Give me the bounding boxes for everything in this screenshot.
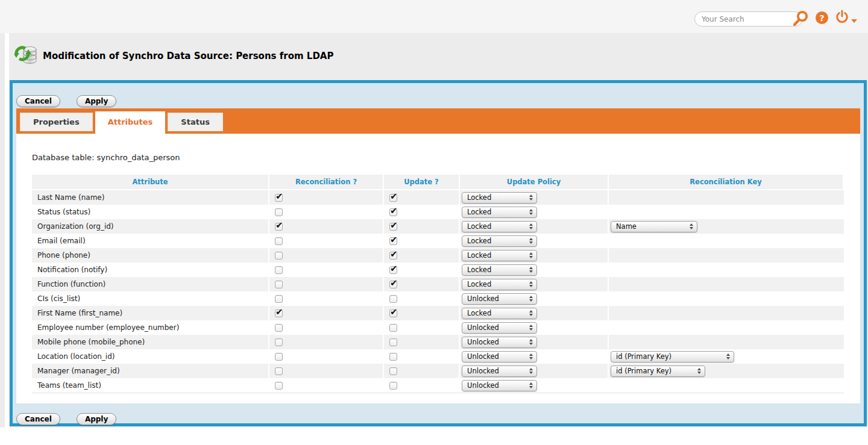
logout-menu[interactable] bbox=[835, 10, 857, 26]
reconciliation-checkbox[interactable] bbox=[275, 382, 283, 390]
update-policy-cell: Locked bbox=[460, 248, 609, 263]
update-policy-cell: Locked bbox=[460, 190, 609, 205]
update-checkbox[interactable] bbox=[389, 281, 397, 288]
stepper-arrows-icon bbox=[726, 353, 730, 359]
update-checkbox[interactable] bbox=[389, 338, 397, 346]
update-policy-select[interactable]: Unlocked bbox=[462, 293, 537, 305]
tab-attributes[interactable]: Attributes bbox=[95, 111, 166, 134]
update-checkbox[interactable] bbox=[389, 353, 397, 361]
update-policy-select[interactable]: Locked bbox=[462, 264, 537, 276]
reconciliation-key-cell bbox=[609, 320, 843, 335]
reconciliation-checkbox[interactable] bbox=[275, 266, 283, 274]
reconciliation-key-select[interactable]: id (Primary Key) bbox=[611, 351, 734, 363]
update-policy-select[interactable]: Locked bbox=[462, 250, 537, 261]
attribute-name: Function (function) bbox=[32, 277, 269, 291]
update-cell bbox=[384, 291, 460, 306]
cancel-button[interactable]: Cancel bbox=[16, 413, 60, 425]
reconciliation-cell bbox=[269, 263, 384, 277]
table-row: CIs (cis_list)Unlocked bbox=[32, 291, 844, 306]
reconciliation-checkbox[interactable] bbox=[275, 353, 283, 361]
update-checkbox[interactable] bbox=[389, 237, 397, 245]
attribute-name: Location (location_id) bbox=[32, 349, 269, 364]
reconciliation-key-select[interactable]: id (Primary Key) bbox=[611, 366, 705, 377]
reconciliation-checkbox[interactable] bbox=[275, 310, 283, 317]
update-policy-select[interactable]: Locked bbox=[462, 279, 537, 290]
tab-status[interactable]: Status bbox=[168, 113, 223, 131]
attribute-name: Organization (org_id) bbox=[32, 219, 269, 234]
update-checkbox[interactable] bbox=[389, 223, 397, 231]
update-policy-select[interactable]: Locked bbox=[462, 207, 537, 218]
update-policy-select[interactable]: Unlocked bbox=[462, 337, 537, 348]
stepper-arrows-icon bbox=[529, 281, 533, 287]
apply-button[interactable]: Apply bbox=[77, 413, 116, 425]
tab-properties[interactable]: Properties bbox=[20, 113, 93, 131]
search-icon[interactable] bbox=[791, 9, 810, 31]
update-checkbox[interactable] bbox=[389, 208, 397, 216]
update-policy-select[interactable]: Unlocked bbox=[462, 351, 537, 363]
help-icon[interactable]: ? bbox=[816, 11, 828, 24]
update-policy-cell: Unlocked bbox=[460, 349, 609, 364]
update-checkbox[interactable] bbox=[389, 266, 397, 274]
top-bar: ? bbox=[0, 0, 868, 33]
edit-form-frame: Cancel Apply Properties Attributes Statu… bbox=[10, 80, 867, 426]
update-checkbox[interactable] bbox=[389, 382, 397, 390]
table-row: Notification (notify)Locked bbox=[32, 263, 844, 277]
update-cell bbox=[384, 320, 460, 335]
cancel-button[interactable]: Cancel bbox=[16, 95, 60, 107]
update-policy-select-value: Locked bbox=[467, 251, 491, 260]
update-policy-select-value: Unlocked bbox=[467, 352, 499, 361]
update-policy-select[interactable]: Locked bbox=[462, 221, 537, 232]
column-header-attribute: Attribute bbox=[32, 175, 269, 189]
update-checkbox[interactable] bbox=[389, 310, 397, 317]
update-policy-select[interactable]: Unlocked bbox=[462, 366, 537, 377]
stepper-arrows-icon bbox=[529, 368, 533, 374]
update-checkbox[interactable] bbox=[389, 295, 397, 303]
stepper-arrows-icon bbox=[529, 296, 533, 302]
update-checkbox[interactable] bbox=[389, 194, 397, 202]
reconciliation-cell bbox=[269, 277, 384, 291]
update-checkbox[interactable] bbox=[389, 367, 397, 375]
reconciliation-key-select-value: id (Primary Key) bbox=[616, 352, 671, 361]
update-policy-select[interactable]: Locked bbox=[462, 308, 537, 319]
reconciliation-checkbox[interactable] bbox=[275, 223, 283, 231]
attributes-tab-content: Database table: synchro_data_person Attr… bbox=[16, 134, 860, 403]
database-table-label: Database table: synchro_data_person bbox=[32, 153, 860, 162]
update-cell bbox=[384, 219, 460, 234]
update-cell bbox=[384, 205, 460, 219]
reconciliation-cell bbox=[269, 291, 384, 306]
search-input[interactable] bbox=[694, 11, 803, 26]
update-policy-select[interactable]: Unlocked bbox=[462, 380, 537, 391]
stepper-arrows-icon bbox=[529, 310, 533, 316]
update-policy-cell: Locked bbox=[460, 205, 609, 219]
reconciliation-checkbox[interactable] bbox=[275, 295, 283, 303]
attribute-name: Manager (manager_id) bbox=[32, 364, 269, 378]
page-title: Modification of Synchro Data Source: Per… bbox=[43, 51, 333, 61]
tab-bar: Properties Attributes Status bbox=[16, 108, 860, 134]
update-policy-select[interactable]: Locked bbox=[462, 235, 537, 247]
stepper-arrows-icon bbox=[529, 382, 533, 388]
reconciliation-checkbox[interactable] bbox=[275, 281, 283, 288]
attributes-table: Attribute Reconciliation ? Update ? Upda… bbox=[32, 175, 844, 393]
reconciliation-key-cell bbox=[609, 248, 843, 263]
power-icon[interactable] bbox=[835, 10, 849, 26]
reconciliation-checkbox[interactable] bbox=[275, 194, 283, 202]
update-policy-select-value: Locked bbox=[467, 280, 491, 288]
apply-button[interactable]: Apply bbox=[77, 95, 116, 107]
stepper-arrows-icon bbox=[697, 368, 701, 374]
update-policy-select[interactable]: Unlocked bbox=[462, 322, 537, 334]
reconciliation-checkbox[interactable] bbox=[275, 252, 283, 260]
update-policy-select[interactable]: Locked bbox=[462, 192, 537, 204]
stepper-arrows-icon bbox=[529, 252, 533, 258]
update-checkbox[interactable] bbox=[389, 324, 397, 332]
attribute-name: First Name (first_name) bbox=[32, 306, 269, 320]
reconciliation-checkbox[interactable] bbox=[275, 367, 283, 375]
reconciliation-checkbox[interactable] bbox=[275, 237, 283, 245]
table-row: Status (status)Locked bbox=[32, 205, 844, 219]
update-policy-cell: Unlocked bbox=[460, 320, 609, 335]
update-checkbox[interactable] bbox=[389, 252, 397, 260]
reconciliation-key-select[interactable]: Name bbox=[611, 221, 697, 232]
reconciliation-checkbox[interactable] bbox=[275, 324, 283, 332]
reconciliation-checkbox[interactable] bbox=[275, 338, 283, 346]
reconciliation-checkbox[interactable] bbox=[275, 208, 283, 216]
attribute-name: Status (status) bbox=[32, 205, 269, 219]
